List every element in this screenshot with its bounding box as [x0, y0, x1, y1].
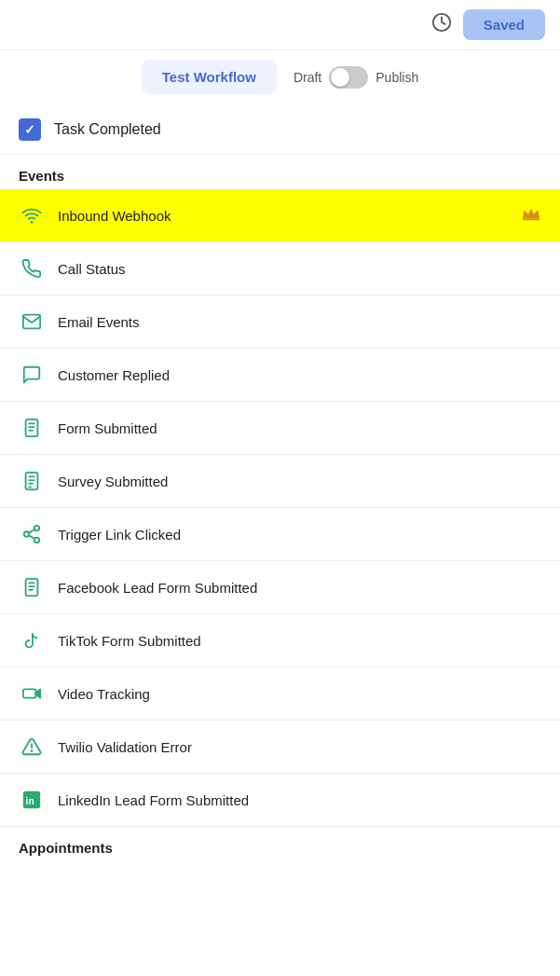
chat-icon — [19, 362, 45, 388]
draft-publish-switch[interactable] — [329, 66, 368, 89]
event-item-label-survey-submitted: Survey Submitted — [58, 474, 168, 489]
svg-text:in: in — [26, 796, 34, 806]
history-icon[interactable] — [431, 12, 452, 37]
task-completed-row[interactable]: Task Completed — [0, 105, 560, 155]
event-item-label-form-submitted: Form Submitted — [58, 420, 157, 436]
event-item-inbound-webhook[interactable]: Inbound Webhook — [0, 189, 560, 242]
test-workflow-button[interactable]: Test Workflow — [142, 60, 277, 94]
events-list: Inbound WebhookCall StatusEmail EventsCu… — [0, 189, 560, 827]
trigger-icon — [19, 521, 45, 547]
event-item-form-submitted[interactable]: Form Submitted — [0, 402, 560, 455]
toggle-thumb — [331, 68, 349, 87]
svg-line-16 — [29, 529, 34, 533]
event-item-label-video-tracking: Video Tracking — [58, 686, 150, 702]
event-item-label-inbound-webhook: Inbound Webhook — [58, 208, 171, 224]
event-item-tiktok-form[interactable]: TikTok Form Submitted — [0, 614, 560, 667]
event-item-video-tracking[interactable]: Video Tracking — [0, 667, 560, 721]
saved-button[interactable]: Saved — [463, 9, 545, 40]
event-item-label-facebook-lead-form: Facebook Lead Form Submitted — [58, 580, 257, 596]
event-item-call-status[interactable]: Call Status — [0, 242, 560, 296]
event-item-customer-replied[interactable]: Customer Replied — [0, 349, 560, 402]
event-item-label-email-events: Email Events — [58, 314, 140, 330]
warning-icon — [19, 734, 45, 760]
event-item-trigger-link-clicked[interactable]: Trigger Link Clicked — [0, 508, 560, 561]
svg-rect-21 — [23, 689, 36, 697]
event-item-label-linkedin-lead-form: LinkedIn Lead Form Submitted — [58, 792, 249, 808]
event-item-survey-submitted[interactable]: Survey Submitted — [0, 455, 560, 508]
survey-icon — [19, 468, 45, 494]
task-completed-checkbox-icon — [19, 118, 41, 141]
event-item-twilio-validation[interactable]: Twilio Validation Error — [0, 721, 560, 774]
event-item-label-call-status: Call Status — [58, 261, 126, 277]
toolbar-row: Test Workflow Draft Publish — [0, 50, 560, 105]
top-bar: Saved — [0, 0, 560, 50]
draft-label: Draft — [294, 70, 321, 85]
task-completed-label: Task Completed — [54, 121, 161, 138]
draft-publish-toggle: Draft Publish — [294, 66, 418, 89]
linkedin-icon: in — [19, 787, 45, 813]
video-icon — [19, 680, 45, 707]
publish-label: Publish — [376, 70, 418, 85]
event-item-label-trigger-link-clicked: Trigger Link Clicked — [58, 527, 181, 543]
webhook-icon — [19, 202, 45, 228]
form-icon — [19, 415, 45, 441]
appointments-section-heading: Appointments — [0, 827, 560, 861]
svg-line-15 — [29, 535, 34, 539]
email-icon — [19, 309, 45, 335]
event-item-facebook-lead-form[interactable]: Facebook Lead Form Submitted — [0, 561, 560, 614]
facebook-form-icon — [19, 574, 45, 600]
tiktok-icon — [19, 627, 45, 653]
phone-icon — [19, 255, 45, 282]
events-section-heading: Events — [0, 155, 560, 189]
event-item-email-events[interactable]: Email Events — [0, 296, 560, 349]
event-item-linkedin-lead-form[interactable]: inLinkedIn Lead Form Submitted — [0, 774, 560, 827]
svg-rect-2 — [523, 218, 540, 220]
event-item-label-customer-replied: Customer Replied — [58, 367, 170, 383]
crown-icon — [521, 203, 541, 228]
event-item-label-tiktok-form: TikTok Form Submitted — [58, 633, 201, 649]
event-item-label-twilio-validation: Twilio Validation Error — [58, 739, 192, 755]
